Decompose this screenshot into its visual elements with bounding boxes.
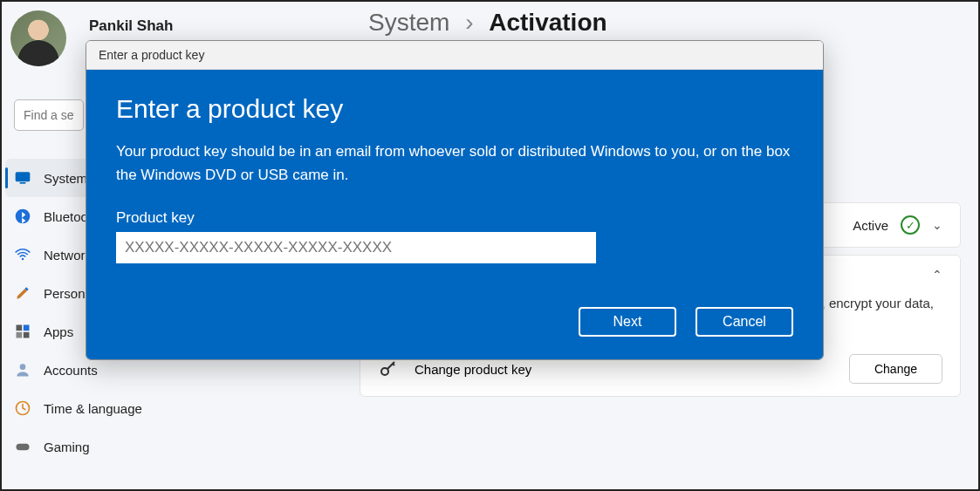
svg-point-11 [381, 368, 388, 375]
change-button[interactable]: Change [849, 354, 942, 384]
sidebar-item-label: Accounts [44, 363, 98, 378]
sidebar-item-label: Apps [44, 324, 73, 339]
apps-icon [14, 323, 31, 340]
dialog-titlebar: Enter a product key [86, 41, 823, 70]
clock-globe-icon [14, 399, 31, 417]
svg-rect-4 [17, 325, 23, 331]
product-key-input[interactable] [116, 232, 596, 263]
product-key-label: Product key [116, 209, 793, 227]
sidebar-item-label: Time & language [44, 401, 142, 416]
chevron-up-icon: ⌃ [932, 268, 942, 282]
change-key-label: Change product key [415, 362, 531, 377]
dialog-heading: Enter a product key [116, 94, 793, 124]
next-button[interactable]: Next [579, 307, 676, 337]
enter-product-key-dialog: Enter a product key Enter a product key … [86, 40, 824, 360]
status-badge: Active [853, 218, 888, 233]
svg-rect-7 [24, 332, 30, 338]
avatar[interactable] [10, 10, 66, 66]
user-name: Pankil Shah [89, 17, 173, 35]
cancel-button[interactable]: Cancel [696, 307, 793, 337]
svg-rect-10 [17, 444, 30, 451]
breadcrumb: System › Activation [368, 9, 607, 37]
search-input[interactable] [14, 99, 84, 131]
breadcrumb-current: Activation [489, 9, 607, 36]
wifi-icon [14, 246, 31, 263]
sidebar-item-time-language[interactable]: Time & language [5, 389, 188, 427]
display-icon [14, 169, 31, 187]
bluetooth-icon [14, 208, 31, 225]
key-icon [378, 358, 399, 379]
svg-rect-1 [20, 182, 26, 184]
sidebar-item-gaming[interactable]: Gaming [5, 427, 188, 466]
gamepad-icon [14, 438, 31, 455]
svg-point-3 [22, 258, 24, 261]
svg-rect-5 [24, 325, 30, 331]
paintbrush-icon [14, 284, 31, 302]
chevron-down-icon: ⌄ [932, 218, 942, 232]
sidebar-item-label: Gaming [44, 440, 90, 454]
svg-rect-6 [17, 332, 23, 338]
svg-rect-0 [16, 172, 31, 181]
dialog-description: Your product key should be in an email f… [116, 140, 793, 187]
svg-point-8 [20, 364, 26, 370]
person-icon [14, 361, 31, 378]
breadcrumb-parent[interactable]: System [368, 9, 449, 36]
chevron-right-icon: › [465, 9, 473, 36]
check-circle-icon: ✓ [901, 215, 920, 235]
sidebar-item-label: System [44, 171, 87, 186]
